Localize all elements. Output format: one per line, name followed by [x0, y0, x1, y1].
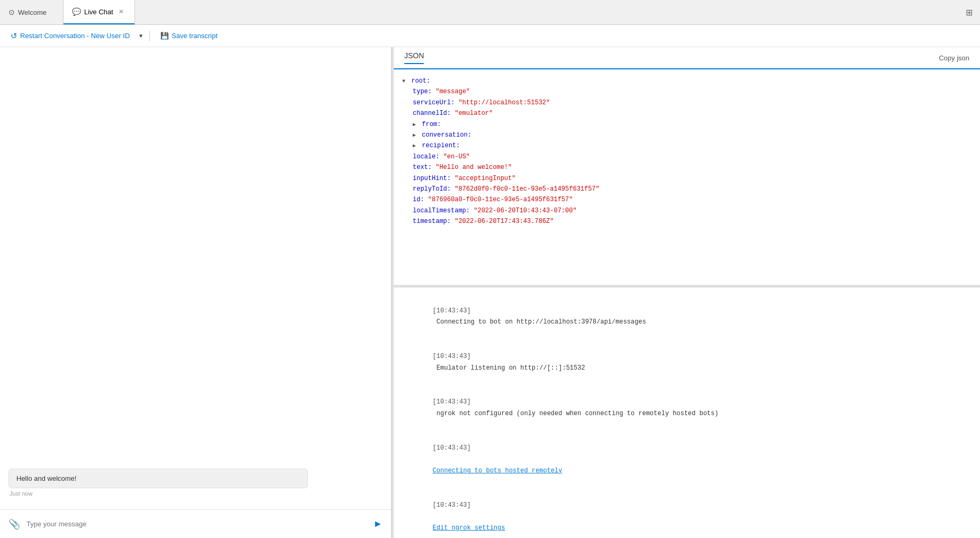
message-bubble: Hello and welcome!	[8, 469, 308, 488]
json-type-value: "message"	[435, 88, 470, 95]
tab-welcome[interactable]: ⊙ Welcome	[0, 0, 63, 24]
json-channelid-key: channelId:	[413, 110, 451, 117]
json-recipient-row: ▶ recipient:	[402, 140, 972, 151]
message-wrapper: Hello and welcome! Just now	[8, 469, 383, 497]
json-serviceurl-row: serviceUrl: "http://localhost:51532"	[402, 97, 972, 108]
welcome-tab-icon: ⊙	[8, 8, 15, 16]
log-time-2: [10:43:43]	[433, 353, 471, 360]
log-entry-3: [10:43:43] ngrok not configured (only ne…	[402, 385, 972, 431]
log-time-1: [10:43:43]	[433, 307, 471, 315]
chevron-down-icon: ▾	[139, 32, 143, 40]
main-layout: Hello and welcome! Just now 📎 ► JSON Cop…	[0, 47, 980, 538]
json-localtimestamp-key: localTimestamp:	[413, 207, 470, 214]
message-text: Hello and welcome!	[16, 474, 76, 482]
tab-live-chat-label: Live Chat	[84, 8, 113, 16]
log-link-1[interactable]: Connecting to bots hosted remotely	[433, 467, 562, 474]
log-text-3: ngrok not configured (only needed when c…	[433, 410, 719, 417]
log-time-4: [10:43:43]	[433, 444, 471, 452]
json-id-value: "876960a0-f0c0-11ec-93e5-a1495f631f57"	[428, 196, 573, 203]
message-input[interactable]	[26, 520, 367, 528]
json-timestamp-value: "2022-06-20T17:43:43.786Z"	[455, 218, 553, 225]
layout-icon[interactable]: ⊞	[964, 5, 975, 20]
log-text-4	[433, 455, 437, 463]
send-button[interactable]: ►	[371, 516, 385, 532]
save-label: Save transcript	[171, 32, 217, 40]
log-entry-1: [10:43:43] Connecting to bot on http://l…	[402, 294, 972, 339]
log-entry-4: [10:43:43] Connecting to bots hosted rem…	[402, 431, 972, 488]
log-link-2[interactable]: Edit ngrok settings	[433, 524, 505, 532]
json-locale-key: locale:	[413, 153, 439, 160]
json-inputhint-key: inputHint:	[413, 175, 451, 182]
json-text-value: "Hello and welcome!"	[435, 164, 512, 171]
right-panel: JSON Copy json ▼ root: type: "message" s…	[394, 47, 980, 538]
json-localtimestamp-row: localTimestamp: "2022-06-20T10:43:43-07:…	[402, 205, 972, 216]
log-panel: [10:43:43] Connecting to bot on http://l…	[394, 288, 980, 538]
tab-live-chat[interactable]: 💬 Live Chat ✕	[63, 0, 135, 24]
restart-label: Restart Conversation - New User ID	[20, 32, 130, 40]
conversation-collapse-arrow[interactable]: ▶	[413, 132, 416, 138]
save-transcript-button[interactable]: 💾 Save transcript	[155, 30, 223, 42]
tab-bar: ⊙ Welcome 💬 Live Chat ✕ ⊞	[0, 0, 980, 25]
from-collapse-arrow[interactable]: ▶	[413, 122, 416, 128]
dropdown-arrow[interactable]: ▾	[138, 30, 144, 42]
restart-icon: ↺	[11, 31, 17, 41]
close-tab-button[interactable]: ✕	[116, 7, 126, 16]
tab-welcome-label: Welcome	[18, 8, 47, 16]
json-from-row: ▶ from:	[402, 119, 972, 130]
json-tab-label: JSON	[404, 51, 424, 64]
recipient-collapse-arrow[interactable]: ▶	[413, 143, 416, 149]
json-text-key: text:	[413, 164, 432, 171]
json-serviceurl-value: "http://localhost:51532"	[458, 99, 550, 106]
log-time-3: [10:43:43]	[433, 398, 471, 406]
copy-json-button[interactable]: Copy json	[939, 54, 969, 62]
chat-messages: Hello and welcome! Just now	[0, 47, 391, 509]
log-text-5	[433, 513, 437, 520]
json-from-key: from:	[422, 121, 441, 128]
message-time: Just now	[8, 490, 383, 497]
window-controls: ⊞	[964, 0, 980, 24]
save-icon: 💾	[160, 32, 169, 40]
restart-conversation-button[interactable]: ↺ Restart Conversation - New User ID	[5, 29, 135, 43]
json-type-row: type: "message"	[402, 86, 972, 97]
json-root-row: ▼ root:	[402, 76, 972, 86]
json-type-key: type:	[413, 88, 432, 95]
log-time-5: [10:43:43]	[433, 501, 471, 509]
log-text-1: Connecting to bot on http://localhost:39…	[433, 318, 646, 326]
json-replytoid-row: replyToId: "8762d0f0-f0c0-11ec-93e5-a149…	[402, 184, 972, 194]
json-replytoid-value: "8762d0f0-f0c0-11ec-93e5-a1495f631f57"	[455, 185, 600, 193]
json-panel-header: JSON Copy json	[394, 47, 980, 69]
json-text-row: text: "Hello and welcome!"	[402, 162, 972, 173]
json-root-key: root:	[411, 77, 430, 85]
chat-input-area: 📎 ►	[0, 509, 391, 538]
json-timestamp-key: timestamp:	[413, 218, 451, 225]
live-chat-tab-icon: 💬	[72, 7, 81, 16]
json-channelid-value: "emulator"	[455, 110, 493, 117]
toolbar-separator	[149, 31, 150, 41]
json-serviceurl-key: serviceUrl:	[413, 99, 455, 106]
json-timestamp-row: timestamp: "2022-06-20T17:43:43.786Z"	[402, 216, 972, 227]
log-text-2: Emulator listening on http://[::]:51532	[433, 364, 585, 372]
json-recipient-key: recipient:	[422, 142, 460, 149]
toolbar: ↺ Restart Conversation - New User ID ▾ 💾…	[0, 25, 980, 47]
log-entry-2: [10:43:43] Emulator listening on http://…	[402, 339, 972, 385]
json-content: ▼ root: type: "message" serviceUrl: "htt…	[394, 69, 980, 233]
json-id-row: id: "876960a0-f0c0-11ec-93e5-a1495f631f5…	[402, 194, 972, 205]
json-inputhint-row: inputHint: "acceptingInput"	[402, 173, 972, 184]
json-inputhint-value: "acceptingInput"	[455, 175, 515, 182]
json-panel: JSON Copy json ▼ root: type: "message" s…	[394, 47, 980, 285]
chat-panel: Hello and welcome! Just now 📎 ►	[0, 47, 392, 538]
json-id-key: id:	[413, 196, 424, 203]
log-entry-5: [10:43:43] Edit ngrok settings	[402, 488, 972, 538]
json-conversation-key: conversation:	[422, 131, 471, 139]
json-conversation-row: ▶ conversation:	[402, 130, 972, 140]
json-channelid-row: channelId: "emulator"	[402, 108, 972, 119]
root-collapse-arrow[interactable]: ▼	[402, 78, 405, 84]
json-localtimestamp-value: "2022-06-20T10:43:43-07:00"	[474, 207, 576, 214]
json-replytoid-key: replyToId:	[413, 185, 451, 193]
json-locale-value: "en-US"	[443, 153, 470, 160]
json-locale-row: locale: "en-US"	[402, 151, 972, 162]
attach-button[interactable]: 📎	[6, 516, 22, 532]
